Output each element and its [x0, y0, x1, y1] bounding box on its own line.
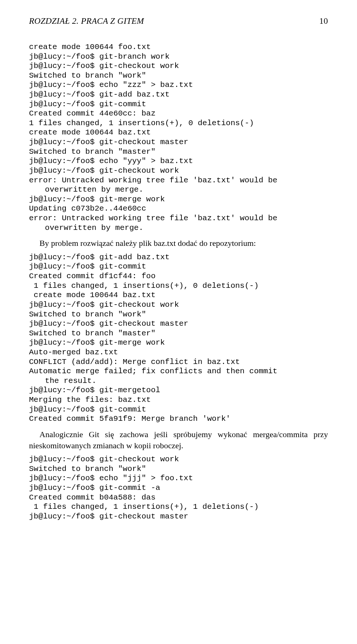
code-line: jb@lucy:~/foo$ echo "zzz" > baz.txt	[29, 80, 328, 90]
code-line: jb@lucy:~/foo$ git-commit	[29, 262, 328, 271]
code-line: jb@lucy:~/foo$ git-checkout work	[29, 61, 328, 71]
code-line: Switched to branch "work"	[29, 310, 328, 319]
code-line: create mode 100644 baz.txt	[29, 290, 328, 300]
code-line: jb@lucy:~/foo$ git-commit	[29, 100, 328, 109]
code-line: jb@lucy:~/foo$ git-commit	[29, 405, 328, 414]
code-line: Automatic merge failed; fix conflicts an…	[29, 367, 328, 376]
code-line: jb@lucy:~/foo$ git-checkout work	[29, 300, 328, 310]
code-line: jb@lucy:~/foo$ git-merge work	[29, 338, 328, 348]
code-line: jb@lucy:~/foo$ git-mergetool	[29, 386, 328, 395]
code-line: Updating c073b2e..44e60cc	[29, 204, 328, 214]
code-line: Merging the files: baz.txt	[29, 395, 328, 405]
code-block-3: jb@lucy:~/foo$ git-checkout workSwitched…	[29, 455, 328, 521]
code-line: jb@lucy:~/foo$ echo "yyy" > baz.txt	[29, 156, 328, 166]
code-line: jb@lucy:~/foo$ git-add baz.txt	[29, 253, 328, 262]
header-chapter: ROZDZIAŁ 2. PRACA Z GITEM	[29, 16, 144, 26]
code-line: jb@lucy:~/foo$ git-checkout work	[29, 455, 328, 464]
code-line: jb@lucy:~/foo$ git-merge work	[29, 195, 328, 204]
code-line: error: Untracked working tree file 'baz.…	[29, 214, 328, 223]
page: ROZDZIAŁ 2. PRACA Z GITEM 10 create mode…	[0, 0, 357, 644]
code-line: jb@lucy:~/foo$ git-checkout work	[29, 166, 328, 176]
code-line: Auto-merged baz.txt	[29, 348, 328, 357]
code-line: jb@lucy:~/foo$ git-add baz.txt	[29, 90, 328, 100]
code-line: create mode 100644 foo.txt	[29, 42, 328, 52]
code-line: Created commit df1cf44: foo	[29, 271, 328, 281]
paragraph-1: By problem rozwiązać należy plik baz.txt…	[29, 238, 328, 249]
code-line: 1 files changed, 1 insertions(+), 0 dele…	[29, 281, 328, 291]
code-line: 1 files changed, 1 insertions(+), 0 dele…	[29, 118, 328, 128]
code-line: Created commit b04a588: das	[29, 493, 328, 502]
paragraph-2: Analogicznie Git się zachowa jeśli sprób…	[29, 429, 328, 451]
code-line: jb@lucy:~/foo$ git-commit -a	[29, 483, 328, 493]
code-line: Created commit 5fa91f9: Merge branch 'wo…	[29, 414, 328, 424]
code-line: Switched to branch "master"	[29, 147, 328, 157]
page-header: ROZDZIAŁ 2. PRACA Z GITEM 10	[29, 16, 328, 26]
code-line: overwritten by merge.	[29, 185, 328, 195]
code-line: the result.	[29, 376, 328, 386]
code-line: jb@lucy:~/foo$ git-checkout master	[29, 512, 328, 521]
code-line: overwritten by merge.	[29, 223, 328, 233]
code-line: create mode 100644 baz.txt	[29, 128, 328, 137]
code-line: Switched to branch "master"	[29, 329, 328, 338]
code-line: jb@lucy:~/foo$ git-checkout master	[29, 137, 328, 147]
code-block-1: create mode 100644 foo.txtjb@lucy:~/foo$…	[29, 42, 328, 232]
code-line: Switched to branch "work"	[29, 464, 328, 474]
code-line: CONFLICT (add/add): Merge conflict in ba…	[29, 357, 328, 367]
code-line: jb@lucy:~/foo$ echo "jjj" > foo.txt	[29, 474, 328, 483]
code-block-2: jb@lucy:~/foo$ git-add baz.txtjb@lucy:~/…	[29, 253, 328, 424]
code-line: 1 files changed, 1 insertions(+), 1 dele…	[29, 502, 328, 512]
code-line: jb@lucy:~/foo$ git-checkout master	[29, 319, 328, 329]
code-line: jb@lucy:~/foo$ git-branch work	[29, 52, 328, 62]
header-page-number: 10	[319, 16, 328, 26]
code-line: Created commit 44e60cc: baz	[29, 109, 328, 118]
code-line: Switched to branch "work"	[29, 71, 328, 81]
code-line: error: Untracked working tree file 'baz.…	[29, 176, 328, 185]
